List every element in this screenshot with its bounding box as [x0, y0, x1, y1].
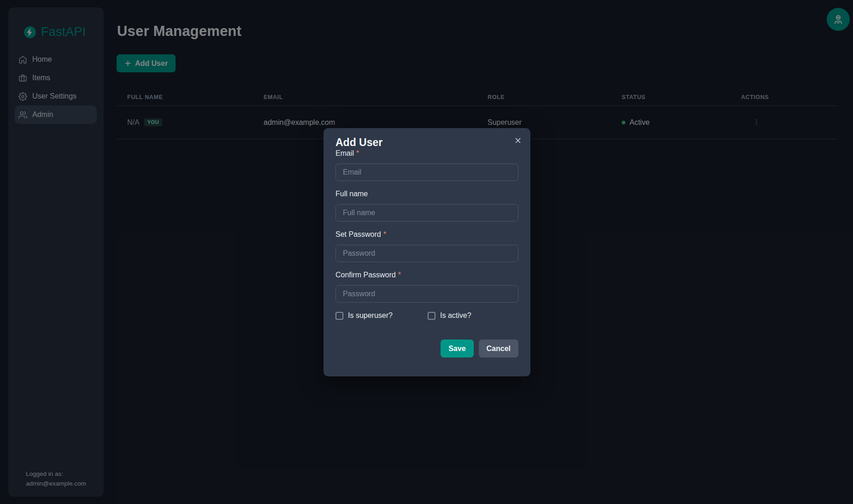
confirm-password-field-group: Confirm Password * [335, 270, 518, 303]
checkbox-box-icon [428, 312, 435, 320]
checkbox-box-icon [335, 312, 343, 320]
modal-title: Add User [335, 136, 518, 149]
email-field[interactable] [335, 164, 518, 181]
confirm-password-label: Confirm Password * [335, 270, 518, 280]
required-asterisk: * [356, 149, 359, 158]
full-name-field[interactable] [335, 204, 518, 222]
set-password-label: Set Password * [335, 230, 518, 239]
required-asterisk: * [383, 230, 386, 239]
cancel-button[interactable]: Cancel [479, 340, 518, 357]
field-label-text: Email [335, 149, 354, 158]
email-label: Email * [335, 149, 518, 158]
is-active-label: Is active? [440, 311, 471, 320]
set-password-field[interactable] [335, 245, 518, 262]
field-label-text: Confirm Password [335, 270, 396, 280]
set-password-field-group: Set Password * [335, 230, 518, 262]
is-active-checkbox[interactable]: Is active? [428, 311, 471, 320]
modal-footer: Save Cancel [335, 340, 518, 357]
is-superuser-label: Is superuser? [348, 311, 393, 320]
full-name-label: Full name [335, 189, 518, 199]
save-button[interactable]: Save [441, 340, 473, 357]
add-user-modal: Add User Email * Full name Set Password … [324, 128, 530, 376]
is-superuser-checkbox[interactable]: Is superuser? [335, 311, 428, 320]
close-icon [514, 137, 522, 144]
field-label-text: Full name [335, 189, 368, 199]
full-name-field-group: Full name [335, 189, 518, 222]
field-label-text: Set Password [335, 230, 381, 239]
checkbox-row: Is superuser? Is active? [335, 311, 518, 320]
email-field-group: Email * [335, 149, 518, 181]
required-asterisk: * [398, 270, 401, 280]
confirm-password-field[interactable] [335, 285, 518, 303]
modal-close-button[interactable] [511, 134, 525, 147]
